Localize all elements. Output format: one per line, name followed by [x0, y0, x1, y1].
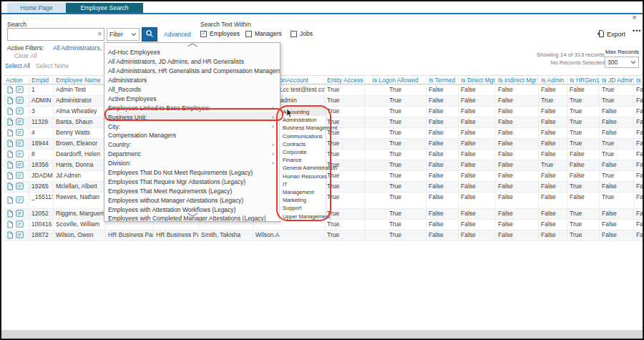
search-input[interactable]: ×: [7, 28, 104, 41]
employee-card-icon[interactable]: [16, 196, 24, 205]
menu-item-active-employees[interactable]: Active Employees: [104, 94, 280, 103]
close-icon[interactable]: ×: [633, 14, 637, 21]
table-row[interactable]: 18872Wilson, OwenHR Business PartnerHR B…: [4, 230, 643, 241]
employee-card-icon[interactable]: [16, 210, 24, 218]
clear-all-link[interactable]: Clear All: [14, 52, 37, 59]
checkbox-managers[interactable]: Managers: [245, 30, 282, 37]
export-button[interactable]: Export: [597, 28, 625, 41]
checkbox-jobs[interactable]: Jobs: [291, 30, 313, 37]
checkbox-icon[interactable]: [291, 31, 297, 37]
submenu-item-communications[interactable]: Communications: [280, 132, 326, 140]
employee-document-icon[interactable]: [6, 118, 14, 127]
employee-card-icon[interactable]: [16, 231, 24, 240]
advanced-link[interactable]: Advanced: [164, 31, 191, 38]
menu-item-compensation-managers[interactable]: Compensation Managers: [104, 131, 280, 140]
submenu-item-human-resources[interactable]: Human Resources: [280, 173, 326, 180]
submenu-item-support[interactable]: Support: [280, 204, 326, 212]
col-header-is-j[interactable]: Is J: [634, 75, 643, 84]
menu-item-employees-that-require-mgr-attestations-legacy[interactable]: Employees That Require Mgr Attestations …: [104, 177, 280, 186]
menu-item-administrators[interactable]: Administrators: [104, 76, 280, 85]
submenu-item-marketing[interactable]: Marketing: [280, 196, 326, 204]
submenu-item-management[interactable]: Management: [280, 188, 326, 196]
employee-document-icon[interactable]: [6, 107, 14, 117]
employee-card-icon[interactable]: [16, 118, 24, 127]
cell-entity-access: True: [325, 220, 365, 230]
cell-entity-access: True: [325, 96, 365, 106]
col-header-is-jd-admin[interactable]: Is JD Admin: [600, 75, 634, 84]
active-filter-link[interactable]: All Administrators, JD Ac: [53, 44, 104, 52]
table-row[interactable]: 100416Scoville, WilliamTrueTrueFalseFals…: [4, 220, 643, 230]
select-all-link[interactable]: Select All: [5, 62, 30, 69]
employee-document-icon[interactable]: [6, 183, 14, 192]
employee-card-icon[interactable]: [16, 140, 24, 148]
menu-item-business-unit[interactable]: Business Unit:›: [104, 112, 280, 122]
col-header-is-indirect-mgr[interactable]: Is Indirect Mgr: [496, 75, 539, 84]
col-header-empid[interactable]: Empid: [29, 75, 54, 84]
employee-card-icon[interactable]: [16, 107, 24, 116]
employee-document-icon[interactable]: [6, 231, 14, 241]
submenu-item-upper-management[interactable]: Upper Management: [280, 212, 326, 220]
submenu-item-general-administration[interactable]: General Administration: [280, 164, 326, 172]
employee-card-icon[interactable]: [16, 161, 24, 170]
menu-item-division[interactable]: Division:›: [104, 159, 280, 168]
employee-card-icon[interactable]: [16, 220, 24, 229]
menu-item-all-administrators-hr-generalists-and-compensation-managers[interactable]: All Administrators, HR Generalists and C…: [104, 67, 280, 76]
select-none-link[interactable]: Select None: [36, 62, 69, 69]
employee-card-icon[interactable]: [16, 97, 24, 105]
checkbox-icon[interactable]: [245, 31, 252, 37]
col-header-is-direct-mgr[interactable]: Is Direct Mgr: [459, 75, 496, 84]
submenu-item-finance[interactable]: Finance: [280, 156, 326, 164]
employee-document-icon[interactable]: [6, 97, 14, 106]
cell-is-jd-admin: True: [600, 171, 634, 181]
tab-employee-search[interactable]: Employee Search: [66, 3, 143, 13]
employee-card-icon[interactable]: [16, 129, 24, 137]
submenu-item-business-management[interactable]: Business Management: [280, 124, 326, 132]
menu-item-all-records[interactable]: All_Records: [104, 85, 280, 94]
menu-item-ad-hoc-employees[interactable]: Ad-Hoc Employees: [104, 48, 280, 57]
employee-document-icon[interactable]: [6, 150, 14, 160]
col-header-action[interactable]: Action: [4, 75, 29, 84]
submenu-item-corporate[interactable]: Corporate: [280, 148, 326, 156]
clear-search-icon[interactable]: ×: [97, 30, 102, 38]
col-header-is-admin[interactable]: Is Admin: [539, 75, 567, 84]
col-header-entity-access[interactable]: Entity Access: [325, 75, 365, 84]
employee-card-icon[interactable]: [16, 183, 24, 191]
employee-document-icon[interactable]: [6, 86, 14, 95]
col-header-is-logon-allowed[interactable]: Is Logon Allowed: [365, 75, 426, 84]
menu-item-label: Employees without Manager Attestations (…: [108, 197, 243, 204]
search-button[interactable]: [142, 27, 157, 42]
menu-item-country[interactable]: Country:›: [104, 140, 280, 150]
employee-document-icon[interactable]: [6, 172, 14, 181]
menu-item-employees-that-do-not-meet-requirements-legacy[interactable]: Employees That Do Not Meet Requirements …: [104, 168, 280, 178]
employee-document-icon[interactable]: [6, 210, 14, 219]
employee-document-icon[interactable]: [6, 129, 14, 138]
employee-document-icon[interactable]: [6, 220, 14, 230]
menu-item-department[interactable]: Department:›: [104, 150, 280, 159]
employee-document-icon[interactable]: [6, 140, 14, 149]
employee-card-icon[interactable]: [16, 150, 24, 159]
employee-document-icon[interactable]: [6, 196, 14, 205]
more-options-icon[interactable]: •••: [633, 27, 641, 34]
menu-item-employees-that-meet-requirements-legacy[interactable]: Employees That Meet Requirements (Legacy…: [104, 186, 280, 195]
scroll-down-icon[interactable]: [104, 213, 280, 218]
tab-home-page[interactable]: Home Page: [7, 3, 66, 13]
col-header-employee-name[interactable]: Employee Name: [54, 75, 106, 84]
menu-item-all-administrators-jd-admins-and-hr-generalists[interactable]: All Administrators, JD Admins, and HR Ge…: [104, 57, 280, 67]
employee-card-icon[interactable]: [16, 86, 24, 94]
submenu-item-contracts[interactable]: Contracts: [280, 140, 326, 148]
col-header-is-hrgen1[interactable]: Is HRGen1: [567, 75, 600, 84]
menu-item-employees-without-manager-attestations-legacy[interactable]: Employees without Manager Attestations (…: [104, 195, 280, 205]
table-header-row: ActionEmpidEmployee NameLogonAccountEnti…: [4, 75, 643, 85]
employee-document-icon[interactable]: [6, 161, 14, 170]
table-row[interactable]: ADMINAdministratoraccount: adminTrueTrue…: [4, 96, 643, 107]
menu-item-city[interactable]: City:›: [104, 122, 280, 131]
table-row[interactable]: 1Admin Testtest@test.cc test@test.comTru…: [4, 85, 643, 96]
filter-dropdown[interactable]: Filter: [107, 28, 140, 41]
checkbox-icon[interactable]: ✓: [200, 31, 207, 37]
col-header-is-termed[interactable]: Is Termed: [426, 75, 459, 84]
submenu-item-it[interactable]: IT: [280, 180, 326, 188]
checkbox-employees[interactable]: ✓ Employees: [200, 30, 240, 37]
max-records-select[interactable]: 300: [605, 57, 639, 68]
menu-item-employees-linked-to-base-employee[interactable]: Employees Linked to Base Employee:›: [104, 103, 280, 112]
employee-card-icon[interactable]: [16, 172, 24, 180]
